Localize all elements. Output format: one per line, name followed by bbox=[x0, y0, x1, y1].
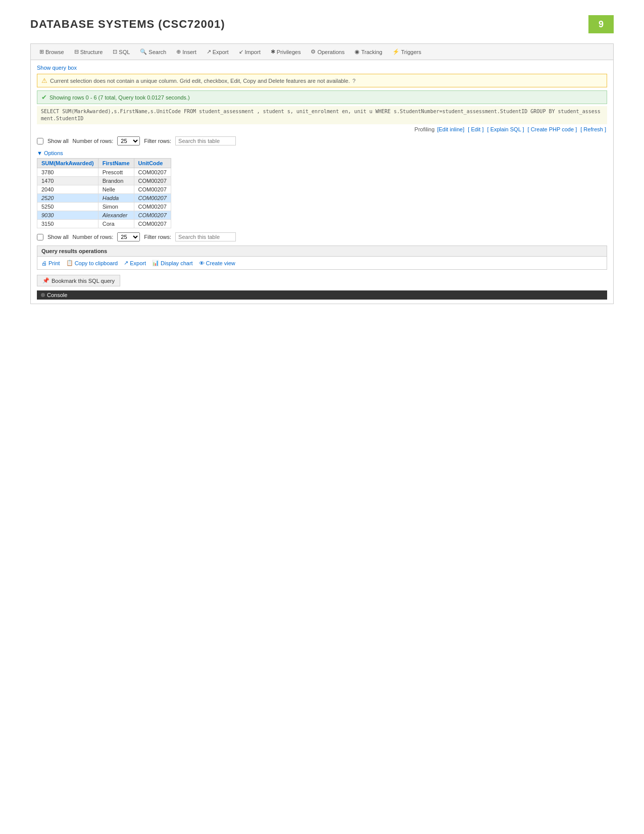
show-all-checkbox[interactable] bbox=[37, 138, 43, 144]
page-number-badge: 9 bbox=[588, 15, 614, 33]
success-icon: ✔ bbox=[41, 93, 47, 101]
pma-panel: ⊞ Browse ⊟ Structure ⊡ SQL 🔍 Search ⊕ In… bbox=[30, 43, 614, 304]
success-bar: ✔ Showing rows 0 - 6 (7 total, Query too… bbox=[37, 90, 607, 104]
qro-export[interactable]: ↗ Export bbox=[124, 260, 146, 266]
filter-rows-label: Filter rows: bbox=[144, 138, 171, 144]
tab-privileges-label: Privileges bbox=[277, 49, 301, 55]
rows-select[interactable]: 25 50 100 250 500 bbox=[117, 136, 140, 145]
profiling-edit-link[interactable]: [ Edit ] bbox=[468, 126, 483, 132]
show-all-label: Show all bbox=[47, 138, 69, 144]
profiling-label: Profiling bbox=[415, 126, 435, 132]
cell-firstname: Nelle bbox=[98, 185, 134, 194]
export-action-icon: ↗ bbox=[124, 260, 128, 266]
show-query-box-link[interactable]: Show query box bbox=[37, 65, 77, 71]
filter-rows-label-bottom: Filter rows: bbox=[144, 234, 171, 240]
col-header-sum[interactable]: SUM(MarkAwarded) bbox=[37, 159, 98, 168]
tab-import[interactable]: ↙ Import bbox=[234, 46, 265, 58]
tab-browse[interactable]: ⊞ Browse bbox=[35, 46, 69, 58]
cell-firstname: Alexander bbox=[98, 211, 134, 220]
structure-icon: ⊟ bbox=[74, 48, 79, 55]
cell-sum: 2040 bbox=[37, 185, 98, 194]
page-title: DATABASE SYSTEMS (CSC72001) bbox=[30, 18, 225, 31]
number-of-rows-label-bottom: Number of rows: bbox=[73, 234, 114, 240]
table-row: 1470BrandonCOM00207 bbox=[37, 177, 171, 185]
bookmark-header[interactable]: 📌 Bookmark this SQL query bbox=[37, 275, 120, 286]
console-label: Console bbox=[47, 292, 67, 298]
cell-sum: 9030 bbox=[37, 211, 98, 220]
options-link[interactable]: ▼ Options bbox=[37, 150, 63, 156]
cell-unitcode: COM00207 bbox=[134, 220, 171, 228]
sql-icon: ⊡ bbox=[113, 48, 117, 55]
import-icon: ↙ bbox=[239, 48, 243, 55]
cell-firstname: Cora bbox=[98, 220, 134, 228]
qro-body: 🖨 Print 📋 Copy to clipboard ↗ Export 📊 D… bbox=[37, 257, 607, 269]
warning-bar: ⚠ Current selection does not contain a u… bbox=[37, 74, 607, 87]
success-message: Showing rows 0 - 6 (7 total, Query took … bbox=[49, 94, 190, 101]
tab-sql-label: SQL bbox=[119, 49, 130, 55]
tab-privileges[interactable]: ✱ Privileges bbox=[266, 46, 306, 58]
operations-icon: ⚙ bbox=[311, 48, 316, 55]
nav-tabs: ⊞ Browse ⊟ Structure ⊡ SQL 🔍 Search ⊕ In… bbox=[31, 44, 613, 60]
panel-body: Show query box ⚠ Current selection does … bbox=[31, 60, 613, 304]
cell-unitcode: COM00207 bbox=[134, 177, 171, 185]
sql-display: SELECT SUM(MarkAwarded),s.FirstName,s.Un… bbox=[37, 106, 607, 124]
cell-sum: 1470 bbox=[37, 177, 98, 185]
show-all-checkbox-bottom[interactable] bbox=[37, 234, 43, 240]
cell-firstname: Brandon bbox=[98, 177, 134, 185]
tab-tracking[interactable]: ◉ Tracking bbox=[350, 46, 387, 58]
tab-tracking-label: Tracking bbox=[361, 49, 382, 55]
tab-export-label: Export bbox=[213, 49, 229, 55]
info-icon[interactable]: ? bbox=[353, 78, 356, 84]
cell-sum: 3780 bbox=[37, 168, 98, 177]
row-controls-bottom: Show all Number of rows: 25 50 100 250 5… bbox=[37, 232, 607, 241]
rows-select-bottom[interactable]: 25 50 100 250 500 bbox=[117, 232, 140, 241]
profiling-refresh-link[interactable]: [ Refresh ] bbox=[580, 126, 606, 132]
number-of-rows-label: Number of rows: bbox=[73, 138, 114, 144]
qro-display-chart[interactable]: 📊 Display chart bbox=[152, 260, 193, 266]
qro-create-view[interactable]: 👁 Create view bbox=[199, 260, 235, 266]
cell-unitcode: COM00207 bbox=[134, 203, 171, 211]
tab-insert-label: Insert bbox=[182, 49, 196, 55]
export-icon: ↗ bbox=[207, 48, 211, 55]
profiling-links: Profiling [Edit inline] [ Edit ] [ Expla… bbox=[37, 126, 607, 132]
table-row: 2040NelleCOM00207 bbox=[37, 185, 171, 194]
filter-input-bottom[interactable] bbox=[175, 232, 236, 241]
copy-icon: 📋 bbox=[66, 260, 73, 266]
tab-import-label: Import bbox=[245, 49, 261, 55]
qro-header: Query results operations bbox=[37, 246, 607, 257]
cell-sum: 2520 bbox=[37, 194, 98, 203]
tab-triggers[interactable]: ⚡ Triggers bbox=[388, 46, 426, 58]
tab-sql[interactable]: ⊡ SQL bbox=[108, 46, 134, 58]
tab-structure-label: Structure bbox=[80, 49, 103, 55]
cell-firstname: Prescott bbox=[98, 168, 134, 177]
profiling-edit-mine-link[interactable]: [Edit inline] bbox=[437, 126, 464, 132]
tab-export[interactable]: ↗ Export bbox=[202, 46, 233, 58]
tab-search-label: Search bbox=[148, 49, 166, 55]
console-bar[interactable]: Console bbox=[37, 290, 607, 300]
profiling-create-php-link[interactable]: [ Create PHP code ] bbox=[528, 126, 577, 132]
chart-label: Display chart bbox=[161, 260, 193, 266]
qro-copy[interactable]: 📋 Copy to clipboard bbox=[66, 260, 118, 266]
tab-structure[interactable]: ⊟ Structure bbox=[70, 46, 108, 58]
insert-icon: ⊕ bbox=[176, 48, 181, 55]
export-action-label: Export bbox=[130, 260, 146, 266]
chart-icon: 📊 bbox=[152, 260, 159, 266]
tab-operations[interactable]: ⚙ Operations bbox=[306, 46, 349, 58]
col-header-firstname[interactable]: FirstName bbox=[98, 159, 134, 168]
cell-unitcode: COM00207 bbox=[134, 168, 171, 177]
tab-search[interactable]: 🔍 Search bbox=[135, 46, 171, 58]
profiling-explain-link[interactable]: [ Explain SQL ] bbox=[487, 126, 524, 132]
console-dot bbox=[41, 293, 45, 297]
search-icon: 🔍 bbox=[140, 48, 147, 55]
triggers-icon: ⚡ bbox=[392, 48, 400, 55]
filter-input-top[interactable] bbox=[175, 136, 236, 145]
qro-print[interactable]: 🖨 Print bbox=[41, 260, 60, 266]
browse-icon: ⊞ bbox=[39, 48, 44, 55]
tab-insert[interactable]: ⊕ Insert bbox=[172, 46, 201, 58]
privileges-icon: ✱ bbox=[271, 48, 275, 55]
warning-icon: ⚠ bbox=[41, 77, 47, 84]
col-header-unitcode[interactable]: UnitCode bbox=[134, 159, 171, 168]
view-icon: 👁 bbox=[199, 260, 205, 266]
cell-sum: 5250 bbox=[37, 203, 98, 211]
print-label: Print bbox=[48, 260, 60, 266]
